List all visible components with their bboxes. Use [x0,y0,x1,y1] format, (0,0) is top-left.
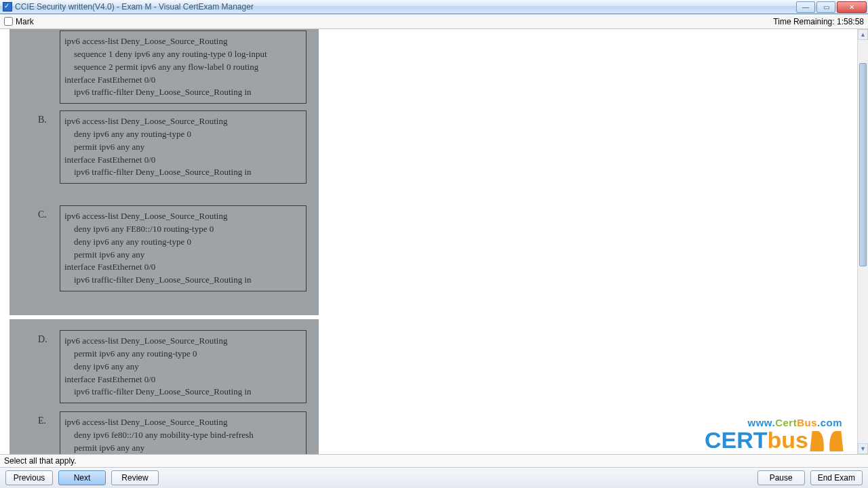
scroll-thumb[interactable] [859,63,867,266]
cfg-line: ipv6 access-list Deny_Loose_Source_Routi… [64,210,302,223]
mark-checkbox[interactable] [4,17,13,26]
answer-option-b[interactable]: ipv6 access-list Deny_Loose_Source_Routi… [60,110,307,184]
cfg-line: interface FastEthernet 0/0 [64,373,302,386]
cfg-line: deny ipv6 any any routing-type 0 [64,236,302,249]
scroll-up-arrow[interactable]: ▲ [858,29,868,40]
question-image-top: ipv6 access-list Deny_Loose_Source_Routi… [9,29,319,315]
scroll-track[interactable] [858,40,868,443]
question-content: ipv6 access-list Deny_Loose_Source_Routi… [0,29,857,454]
review-button[interactable]: Review [111,470,159,485]
cfg-line: ipv6 traffic-filter Deny_Loose_Source_Ro… [64,166,302,179]
cfg-line: ipv6 access-list Deny_Loose_Source_Routi… [64,115,302,128]
button-bar: Previous Next Review Pause End Exam [0,467,868,488]
time-label: Time Remaining: [773,17,834,26]
answer-label-c: C. [38,209,47,220]
cfg-line: interface FastEthernet 0/0 [64,261,302,274]
cfg-line: ipv6 traffic-filter Deny_Loose_Source_Ro… [64,386,302,399]
window-title: CCIE Security written(V4.0) - Exam M - V… [15,2,796,12]
cfg-line: interface FastEthernet 0/0 [64,74,302,87]
cfg-line: permit ipv6 any any [64,442,302,454]
brand-bus: bus [768,428,808,451]
next-button[interactable]: Next [58,470,106,485]
cfg-line: deny ipv6 any FE80::/10 routing-type 0 [64,223,302,236]
close-button[interactable]: ✕ [837,1,867,13]
answer-option-d[interactable]: ipv6 access-list Deny_Loose_Source_Routi… [60,330,307,403]
instruction-text: Select all that apply. [0,454,868,467]
mark-label-text: Mark [16,17,34,26]
exam-toolbar: Mark Time Remaining: 1:58:58 [0,14,868,29]
vertical-scrollbar[interactable]: ▲ ▼ [857,29,868,454]
mark-checkbox-label[interactable]: Mark [4,17,34,26]
cfg-line: ipv6 traffic-filter Deny_Loose_Source_Ro… [64,86,302,99]
cfg-line: deny ipv6 fe80::/10 any mobility-type bi… [64,429,302,442]
brand-cert: CERT [705,428,768,451]
cfg-line: permit ipv6 any any [64,249,302,262]
answer-label-e: E. [38,415,46,426]
previous-button[interactable]: Previous [5,470,53,485]
minimize-button[interactable]: — [796,1,815,13]
app-icon [3,2,12,12]
cfg-line: deny ipv6 any any [64,361,302,373]
cfg-line: permit ipv6 any any [64,141,302,154]
cfg-line: sequence 2 permit ipv6 any any flow-labe… [64,61,302,74]
pause-button[interactable]: Pause [757,470,805,485]
cfg-line: ipv6 traffic-filter Deny_Loose_Source_Ro… [64,274,302,287]
time-value: 1:58:58 [837,17,864,26]
time-remaining: Time Remaining: 1:58:58 [773,17,864,26]
certbus-watermark: www.CertBus.com CERTbus [705,417,842,451]
cfg-line: ipv6 access-list Deny_Loose_Source_Routi… [64,335,302,348]
certbus-brand: CERTbus [705,428,842,451]
cfg-line: sequence 1 deny ipv6 any any routing-typ… [64,48,302,61]
wing-icon [811,428,842,451]
answer-option-e[interactable]: ipv6 access-list Deny_Loose_Source_Routi… [60,411,307,454]
cfg-line: ipv6 access-list Deny_Loose_Source_Routi… [64,35,302,48]
window-controls: — ▭ ✕ [796,1,867,13]
window-titlebar: CCIE Security written(V4.0) - Exam M - V… [0,0,868,14]
question-image-bottom: D. ipv6 access-list Deny_Loose_Source_Ro… [9,319,319,454]
content-area: ipv6 access-list Deny_Loose_Source_Routi… [0,29,868,454]
answer-label-d: D. [38,334,47,345]
url-com: .com [817,417,842,428]
cfg-line: ipv6 access-list Deny_Loose_Source_Routi… [64,416,302,429]
maximize-button[interactable]: ▭ [816,1,835,13]
cfg-line: interface FastEthernet 0/0 [64,154,302,167]
cfg-line: permit ipv6 any any routing-type 0 [64,348,302,361]
cfg-line: deny ipv6 any any routing-type 0 [64,128,302,141]
answer-option-a[interactable]: ipv6 access-list Deny_Loose_Source_Routi… [60,30,307,104]
scroll-down-arrow[interactable]: ▼ [858,443,868,454]
answer-option-c[interactable]: ipv6 access-list Deny_Loose_Source_Routi… [60,205,307,291]
answer-label-b: B. [38,115,47,125]
end-exam-button[interactable]: End Exam [810,470,863,485]
